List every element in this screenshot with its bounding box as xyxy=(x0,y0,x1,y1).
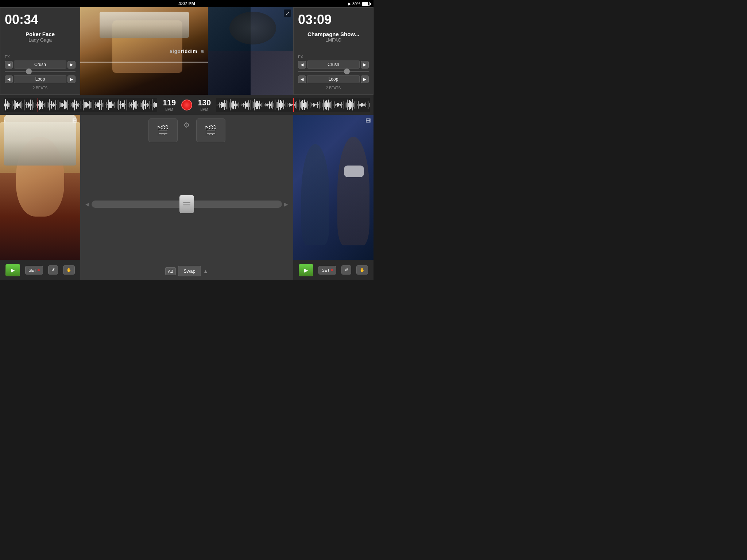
video-right-bottom xyxy=(208,51,293,95)
video-right: ⤢ xyxy=(208,7,293,95)
right-deck-panel: 03:09 Champagne Show... LMFAO FX ◀ Crush… xyxy=(293,7,374,95)
ab-label: AB xyxy=(168,269,173,273)
right-fx-prev-button[interactable]: ◀ xyxy=(298,61,306,69)
crossfader-left-arrow[interactable]: ◀ xyxy=(85,201,89,207)
right-deck-thumbnail: ♪ 🎞 xyxy=(293,115,374,260)
battery-percent: 80% xyxy=(352,1,360,6)
swap-row: AB Swap ▲ xyxy=(84,266,290,276)
gear-button[interactable]: ⚙ xyxy=(181,118,193,131)
right-bpm-value: 130 xyxy=(195,98,213,108)
crossfader-line-3 xyxy=(183,206,190,206)
status-bar: 4:07 PM ▶ 80% xyxy=(0,0,374,7)
video-main: ⤢ xyxy=(80,7,293,95)
video-area: ⤢ algoriddim ⊞ xyxy=(80,7,293,95)
right-cue-button[interactable]: ↺ xyxy=(341,265,351,275)
crossfader-container: ◀ ▶ xyxy=(84,201,290,208)
left-bpm-display: 119 BPM xyxy=(160,98,178,112)
right-fx-slider-thumb xyxy=(344,69,350,74)
bottom-section: ♪ 🎞 ▶ SET ↺ ✋ 🎬 ⚙ 🎬 ◀ xyxy=(0,115,374,280)
video-right-top xyxy=(208,7,293,51)
status-time: 4:07 PM xyxy=(178,1,195,6)
right-loop-beats: 2 BEATS xyxy=(326,86,341,90)
right-loop-prev-button[interactable]: ◀ xyxy=(298,75,306,83)
status-right: ▶ 80% xyxy=(348,1,370,6)
crossfader-track[interactable] xyxy=(92,201,282,208)
crossfader-grip xyxy=(183,202,190,206)
left-fx-slider[interactable] xyxy=(5,71,76,72)
right-set-label: SET xyxy=(322,268,329,272)
right-fx-label: FX xyxy=(298,55,303,59)
right-set-dot xyxy=(331,269,333,271)
left-set-label: SET xyxy=(28,268,36,272)
crossfader-thumb[interactable] xyxy=(179,195,194,213)
left-deck-controls: ▶ SET ↺ ✋ xyxy=(0,260,80,280)
left-fx-prev-button[interactable]: ◀ xyxy=(5,61,13,69)
left-thumbnail-image xyxy=(0,115,80,260)
right-bpm-display: 130 BPM xyxy=(195,98,213,112)
left-track-title: Poker Face xyxy=(26,31,55,37)
top-section: 00:34 Poker Face Lady Gaga FX ◀ Crush ▶ … xyxy=(0,7,374,95)
left-waveform-cursor xyxy=(38,98,38,112)
left-cue-button[interactable]: ↺ xyxy=(48,265,58,275)
left-loop-next-button[interactable]: ▶ xyxy=(67,75,76,83)
left-music-icon: ♪ xyxy=(3,118,6,124)
right-thumbnail-image xyxy=(293,115,374,260)
left-artist: Lady Gaga xyxy=(28,37,52,43)
left-loop-row: ◀ Loop ▶ xyxy=(5,75,76,83)
left-waveform-visual xyxy=(4,98,157,112)
left-fx-effect[interactable]: Crush xyxy=(14,61,66,69)
right-bpm-label: BPM xyxy=(195,108,213,112)
expand-button[interactable]: ⤢ xyxy=(284,9,291,17)
left-bpm-value: 119 xyxy=(160,98,178,108)
video-left xyxy=(80,7,208,95)
right-deck-bottom: ♪ 🎞 ▶ SET ↺ ✋ xyxy=(293,115,374,280)
left-waveform[interactable] xyxy=(4,98,157,112)
waveform-section: 119 BPM 130 BPM xyxy=(0,95,374,115)
left-deck-timer: 00:34 xyxy=(5,12,38,27)
left-fx-slider-thumb xyxy=(26,69,32,74)
right-fx-next-button[interactable]: ▶ xyxy=(361,61,369,69)
right-loop-label[interactable]: Loop xyxy=(307,75,360,83)
right-loop-row: ◀ Loop ▶ xyxy=(298,75,369,83)
right-play-button[interactable]: ▶ xyxy=(299,264,313,276)
swap-chevron-icon[interactable]: ▲ xyxy=(203,268,208,274)
left-scratch-button[interactable]: ✋ xyxy=(63,265,75,275)
left-media-icon: 🎬 xyxy=(156,124,169,136)
right-film-icon: 🎞 xyxy=(365,118,371,124)
left-fx-slider-container xyxy=(5,71,76,72)
left-fx-label: FX xyxy=(5,55,10,59)
crossfader-line-2 xyxy=(183,204,190,205)
right-fx-effect[interactable]: Crush xyxy=(307,61,360,69)
right-fx-slider-container xyxy=(298,71,369,72)
right-deck-timer: 03:09 xyxy=(298,12,332,27)
left-loop-label[interactable]: Loop xyxy=(14,75,66,83)
play-indicator: ▶ xyxy=(348,1,351,6)
center-mixer: 🎬 ⚙ 🎬 ◀ ▶ AB xyxy=(80,115,293,280)
left-deck-panel: 00:34 Poker Face Lady Gaga FX ◀ Crush ▶ … xyxy=(0,7,80,95)
right-waveform[interactable] xyxy=(216,98,370,112)
left-media-button[interactable]: 🎬 xyxy=(148,118,178,142)
right-media-button[interactable]: 🎬 xyxy=(196,118,225,142)
left-fx-next-button[interactable]: ▶ xyxy=(67,61,76,69)
crossfader-line-1 xyxy=(183,202,190,203)
left-loop-beats: 2 BEATS xyxy=(33,86,47,90)
left-play-button[interactable]: ▶ xyxy=(5,264,20,276)
right-artist: LMFAO xyxy=(325,37,341,43)
ab-button[interactable]: AB xyxy=(165,267,176,275)
record-button[interactable] xyxy=(181,100,192,110)
crossfader-right-arrow[interactable]: ▶ xyxy=(284,201,288,207)
mixer-media-row: 🎬 ⚙ 🎬 xyxy=(84,118,290,142)
right-media-icon: 🎬 xyxy=(204,124,217,136)
right-scratch-button[interactable]: ✋ xyxy=(356,265,368,275)
right-track-title: Champagne Show... xyxy=(307,31,359,37)
right-fx-row: ◀ Crush ▶ xyxy=(298,61,369,69)
swap-label: Swap xyxy=(183,268,196,274)
right-loop-next-button[interactable]: ▶ xyxy=(361,75,369,83)
left-deck-bottom: ♪ 🎞 ▶ SET ↺ ✋ xyxy=(0,115,80,280)
right-set-button[interactable]: SET xyxy=(318,266,336,275)
swap-button[interactable]: Swap xyxy=(178,266,201,276)
left-loop-prev-button[interactable]: ◀ xyxy=(5,75,13,83)
left-set-button[interactable]: SET xyxy=(25,266,43,275)
right-fx-slider[interactable] xyxy=(298,71,369,72)
battery-icon xyxy=(362,2,370,6)
